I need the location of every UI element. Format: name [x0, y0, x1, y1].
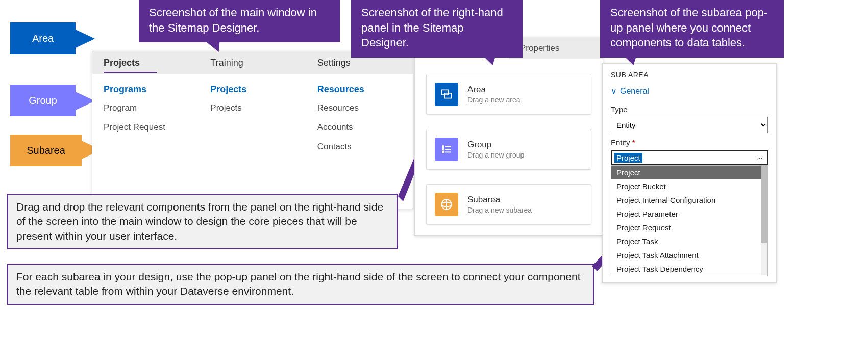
subarea-resources[interactable]: Resources — [317, 103, 402, 113]
entity-option-project-bucket[interactable]: Project Bucket — [611, 179, 767, 193]
subarea-heading: SUB AREA — [611, 71, 768, 79]
entity-option-project[interactable]: Project — [611, 166, 767, 179]
group-label: Group — [10, 85, 76, 116]
entity-input-value: Project — [614, 153, 642, 163]
component-group[interactable]: Group Drag a new group — [426, 129, 591, 170]
right-panel: Components Properties Area Drag a new ar… — [414, 37, 603, 236]
component-subarea[interactable]: Subarea Drag a new subarea — [426, 184, 591, 225]
group-icon — [435, 138, 458, 161]
svg-point-2 — [442, 146, 444, 147]
general-section-toggle[interactable]: ∨General — [611, 86, 768, 96]
sitemap-main-window: Projects Training Settings Programs Prog… — [92, 51, 413, 209]
group-col-resources: Resources Resources Accounts Contacts — [306, 84, 413, 161]
subarea-project-request[interactable]: Project Request — [104, 122, 188, 133]
callout-main-window: Screenshot of the main window in the Sit… — [139, 0, 340, 42]
subarea-program[interactable]: Program — [104, 103, 188, 113]
callout-props-panel: Screenshot of the subarea pop-up panel w… — [600, 0, 784, 58]
area-label: Area — [10, 22, 76, 54]
tab-projects[interactable]: Projects — [92, 51, 199, 74]
entity-option-project-task-attachment[interactable]: Project Task Attachment — [611, 248, 767, 262]
subarea-projects[interactable]: Projects — [210, 103, 294, 113]
entity-option-project-internal-config[interactable]: Project Internal Configuration — [611, 193, 767, 207]
svg-point-4 — [442, 148, 444, 150]
callout-right-panel: Screenshot of the right-hand panel in th… — [351, 0, 523, 58]
dropdown-scrollbar[interactable] — [761, 166, 767, 275]
dropdown-scroll-thumb[interactable] — [761, 166, 767, 243]
tab-training[interactable]: Training — [199, 51, 306, 74]
general-section-label: General — [620, 87, 649, 95]
subarea-contacts[interactable]: Contacts — [317, 142, 402, 152]
instruction-box-1: Drag and drop the relevant components fr… — [7, 194, 398, 249]
entity-option-project-task[interactable]: Project Task — [611, 235, 767, 248]
svg-point-6 — [442, 151, 444, 153]
chevron-up-icon: ︿ — [757, 153, 764, 162]
tab-properties[interactable]: Properties — [509, 37, 603, 59]
type-select[interactable]: Entity — [611, 117, 768, 133]
entity-option-project-parameter[interactable]: Project Parameter — [611, 207, 767, 221]
subarea-accounts[interactable]: Accounts — [317, 122, 402, 133]
component-subarea-title: Subarea — [467, 195, 532, 205]
entity-option-project-task-dependency[interactable]: Project Task Dependency — [611, 262, 767, 276]
component-group-sub: Drag a new group — [467, 151, 524, 159]
entity-field-label: Entity * — [611, 138, 768, 147]
component-group-title: Group — [467, 140, 524, 150]
subarea-properties-panel: SUB AREA ∨General Type Entity Entity * P… — [602, 63, 777, 283]
component-subarea-sub: Drag a new subarea — [467, 206, 532, 214]
group-header-programs[interactable]: Programs — [104, 84, 188, 95]
subarea-label: Subarea — [10, 135, 82, 166]
component-area[interactable]: Area Drag a new area — [426, 74, 591, 115]
entity-option-project-request[interactable]: Project Request — [611, 221, 767, 235]
component-area-title: Area — [467, 85, 520, 95]
instruction-box-2: For each subarea in your design, use the… — [7, 264, 594, 305]
area-icon — [435, 83, 458, 106]
area-label-pointer — [76, 30, 95, 48]
type-field-label: Type — [611, 105, 768, 114]
group-col-programs: Programs Program Project Request — [92, 84, 199, 161]
chevron-down-icon: ∨ — [611, 86, 617, 96]
group-col-projects: Projects Projects — [199, 84, 306, 161]
entity-dropdown: Project Project Bucket Project Internal … — [611, 165, 768, 276]
component-area-sub: Drag a new area — [467, 96, 520, 104]
group-header-resources[interactable]: Resources — [317, 84, 402, 95]
groups-row: Programs Program Project Request Project… — [92, 74, 413, 164]
subarea-icon — [435, 193, 458, 216]
group-header-projects[interactable]: Projects — [210, 84, 294, 95]
entity-lookup-input[interactable]: Project ︿ — [611, 150, 768, 165]
